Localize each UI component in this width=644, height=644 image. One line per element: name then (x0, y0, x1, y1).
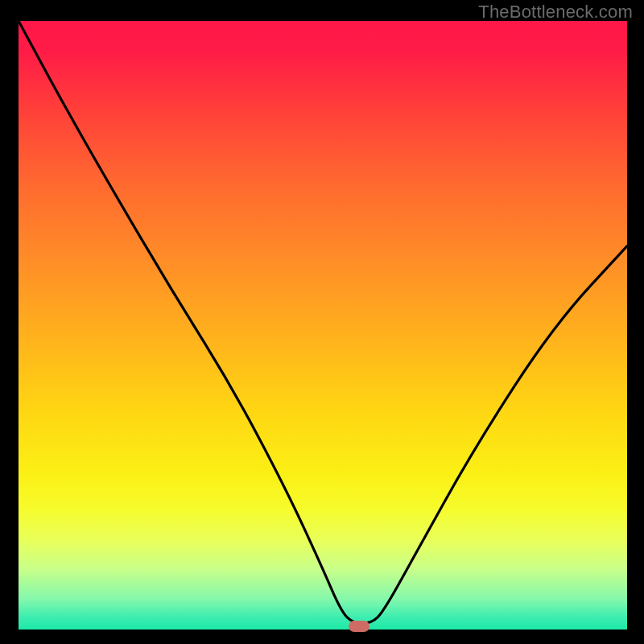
curve-path (19, 21, 627, 623)
chart-plot-area (19, 21, 627, 630)
bottleneck-curve (19, 21, 627, 630)
optimal-point-marker (349, 621, 369, 632)
chart-frame: TheBottleneck.com (0, 0, 644, 644)
watermark-text: TheBottleneck.com (478, 2, 633, 23)
